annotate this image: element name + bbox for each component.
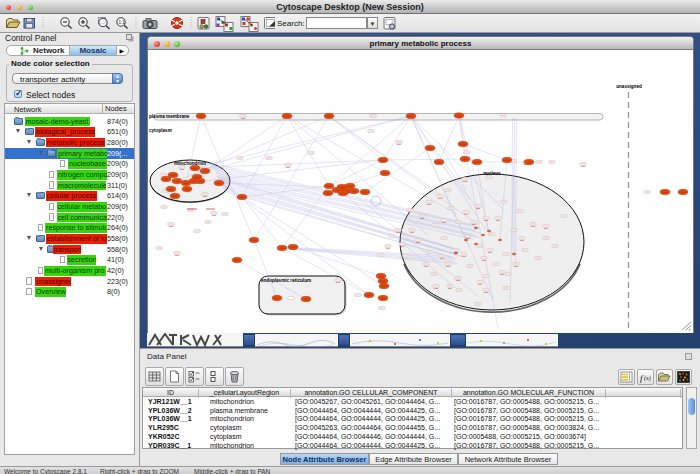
svg-text:endoplasmic reticulum: endoplasmic reticulum <box>261 278 311 283</box>
svg-text:cytoplasm: cytoplasm <box>149 128 172 133</box>
svg-text:1:1: 1:1 <box>119 20 126 25</box>
svg-text:mitochondrion: mitochondrion <box>174 161 206 166</box>
svg-text:(x): (x) <box>644 375 651 382</box>
svg-text:plasma membrane: plasma membrane <box>149 114 190 119</box>
svg-text:unassigned: unassigned <box>616 84 642 89</box>
svg-text:nucleus: nucleus <box>483 171 501 176</box>
